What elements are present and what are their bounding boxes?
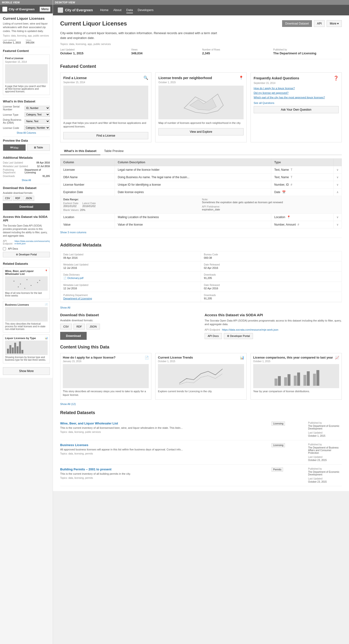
- mobile-show-all-meta[interactable]: Show All: [3, 179, 50, 182]
- json-btn[interactable]: JSON: [86, 324, 100, 330]
- mobile-field-select[interactable]: Category, Number: [24, 126, 50, 130]
- metadata-grid: Data Last Updated09 Apr 2016Bureau Code0…: [60, 251, 342, 302]
- api-docs-btn[interactable]: API Docs: [205, 333, 222, 339]
- menu-button[interactable]: Menu: [40, 7, 50, 12]
- mobile-json-btn[interactable]: JSON: [23, 196, 34, 201]
- mobile-meta-updated-value: October 1, 2015: [3, 41, 21, 44]
- api-btn[interactable]: API: [314, 20, 325, 27]
- rdf-btn[interactable]: RDF: [73, 324, 85, 330]
- meta-rows-value: 2,345: [202, 52, 271, 55]
- related-pub-label: Published by: [308, 443, 342, 446]
- fc2-title: License trends per neighborhood 📍: [158, 76, 243, 80]
- download-dataset-btn[interactable]: Download Dataset: [282, 20, 312, 27]
- mobile-table-btn[interactable]: ⊞ Table: [27, 144, 50, 151]
- mobile-csv-btn[interactable]: CSV: [3, 196, 12, 201]
- mobile-meta-label: Metadata Last Updated: [3, 165, 28, 168]
- nav-home[interactable]: Home: [100, 7, 109, 13]
- mobile-fc1-desc: A page that helps you search and filter …: [5, 85, 48, 93]
- fc3-action-btn[interactable]: Ask Your Own Question: [254, 106, 339, 113]
- cc3-date: October 1, 2015: [253, 360, 339, 363]
- mobile-related-1-title: Wine, Beer, and Liquor Wholesaler List 📍: [5, 270, 48, 275]
- cc1-icon: 📄: [145, 356, 149, 360]
- col-expand-btn[interactable]: ∨: [333, 221, 342, 228]
- mobile-soda-endpoint-val: https://data.socrata.com/resource/mje-wo…: [15, 240, 50, 245]
- nav-about[interactable]: About: [113, 7, 122, 13]
- mobile-preview-title: Preview the Data: [3, 136, 50, 142]
- col-expand-btn[interactable]: ∨: [333, 213, 342, 221]
- col-type: Location 📍: [271, 213, 333, 221]
- cc3-title: License comparisons, this year compared …: [253, 356, 339, 360]
- related-section-title: Related Datasets: [60, 410, 342, 415]
- meta-grid-cell-right: Date Released02 Apr 2016: [201, 262, 341, 272]
- fc3-see-all[interactable]: See all Questions: [254, 102, 274, 104]
- content-using-title: Content Using this Data: [60, 344, 342, 350]
- col-expand-btn[interactable]: ∨: [333, 181, 342, 188]
- mobile-related-2-desc: This story describes the historical proc…: [5, 322, 48, 330]
- fc2-action-btn[interactable]: View and Explore: [158, 128, 243, 136]
- show-more-cols[interactable]: Show 3 more columns: [60, 231, 342, 234]
- show-all-meta[interactable]: Show All: [60, 306, 342, 309]
- related-title[interactable]: Wine, Beer, and Liquor Wholesaler List: [60, 422, 269, 425]
- col-expand-btn[interactable]: ∨: [333, 166, 342, 174]
- fc3-link-2[interactable]: Did my license get approved?: [254, 92, 289, 94]
- fc2-img: [158, 86, 243, 119]
- download-card: Download this Dataset Available download…: [60, 313, 197, 340]
- content-card-3: License comparisons, this year compared …: [251, 353, 342, 400]
- tab-preview[interactable]: Table Preview: [100, 147, 128, 155]
- mobile-field-row: License Type Category, Text: [3, 112, 50, 117]
- mobile-city-name: City of Evergreen: [9, 8, 35, 11]
- related-date-label: Last Updated: [308, 456, 342, 458]
- col-expand-btn[interactable]: ∨: [333, 174, 342, 181]
- mobile-show-all-cols[interactable]: Show All Columns: [3, 132, 50, 134]
- fc3-link-3[interactable]: Which part of the city has the most appr…: [254, 96, 325, 99]
- more-btn[interactable]: More ▾: [327, 20, 342, 27]
- nav-developers[interactable]: Developers: [138, 7, 154, 13]
- meta-grid-cell-right: Downloads91,205: [201, 292, 341, 302]
- dev-portal-btn[interactable]: ⚙ Developer Portal: [224, 333, 253, 339]
- mobile-city-logo: City of Evergreen: [3, 7, 35, 12]
- related-publisher: The Department of Economic Development: [308, 425, 342, 430]
- mobile-show-more-btn[interactable]: Show More: [3, 367, 50, 375]
- mobile-dev-portal-btn[interactable]: ⚙ Developer Portal: [3, 252, 50, 257]
- col-type: Number, ID #: [271, 181, 333, 188]
- section-divider-1: [60, 238, 342, 238]
- svg-rect-8: [287, 374, 290, 386]
- mobile-rdf-btn[interactable]: RDF: [13, 196, 23, 201]
- mobile-download-btn[interactable]: Download: [3, 203, 50, 210]
- dict-link[interactable]: 📄 Dictionary.pdf: [63, 276, 84, 280]
- cc1-date: January 15, 2016: [63, 360, 149, 363]
- mobile-api-docs-checkbox[interactable]: [3, 247, 6, 250]
- fc1-action-btn[interactable]: Find a License: [63, 132, 148, 139]
- meta-grid-cell-right: Downloads91,205: [201, 272, 341, 282]
- show-all-content[interactable]: Show All (12): [60, 402, 342, 406]
- mobile-field-select[interactable]: Name, Text: [25, 119, 50, 124]
- mobile-related-3-title: Liquor Licenses by Type 📊: [5, 337, 48, 340]
- desktop-city-icon: [58, 8, 63, 13]
- fc1-desc: A page that helps you search and filter …: [63, 121, 148, 129]
- tab-whats-in[interactable]: What's in this Dataset: [60, 147, 100, 155]
- csv-btn[interactable]: CSV: [60, 324, 72, 330]
- related-date: October 23, 2015: [308, 459, 342, 462]
- col-name: Expiration Date: [60, 188, 115, 196]
- meta-grid-cell-left: Metadata Last Updated12 Jul 2016: [60, 282, 201, 292]
- desktop-panel: DESKTOP VIEW City of Evergreen Home Abou…: [53, 0, 349, 644]
- related-badge: Licensing: [271, 443, 285, 447]
- related-title[interactable]: Building Permits – 2001 to present: [60, 468, 269, 471]
- related-title[interactable]: Business Licenses: [60, 443, 269, 447]
- mobile-map-btn[interactable]: 🗺 Map: [3, 144, 26, 151]
- mobile-featured-title: Featured Content: [3, 47, 50, 53]
- pub-dept-link[interactable]: Department of Licensing: [63, 297, 92, 300]
- fc3-title: Frequently Asked Questions ❓: [254, 76, 339, 81]
- col-expand-btn[interactable]: ∧: [333, 188, 342, 196]
- cc2-desc: Explore current trends for Licencing in …: [158, 390, 244, 393]
- download-big-btn[interactable]: Download: [60, 332, 87, 340]
- download-avail: Available download formats:: [60, 319, 197, 322]
- mobile-field-select[interactable]: Category, Text: [25, 112, 50, 117]
- related-date: October 1, 2015: [308, 434, 342, 437]
- header-actions: Download Dataset API More ▾: [282, 20, 342, 27]
- nav-data[interactable]: Data: [126, 7, 133, 13]
- mobile-field-select[interactable]: ID, Number: [25, 106, 50, 110]
- mobile-meta-views-label: Views: [26, 39, 34, 41]
- related-date: October 23, 2015: [308, 480, 342, 483]
- fc3-link-1[interactable]: How do I apply for a liquor license?: [254, 87, 295, 90]
